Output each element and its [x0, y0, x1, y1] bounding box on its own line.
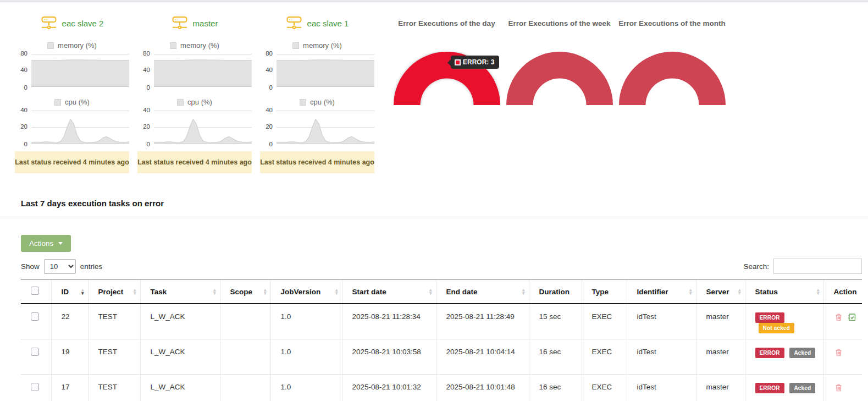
col-header-start-date[interactable]: Start date▴▾ [342, 280, 436, 304]
cell-identifier: idTest [627, 374, 696, 401]
acknowledge-icon[interactable] [847, 312, 856, 322]
col-header-identifier[interactable]: Identifier▴▾ [627, 280, 696, 304]
cpu-legend: cpu (%) [137, 98, 252, 106]
sort-icon: ▴▾ [213, 288, 216, 295]
cell-duration: 16 sec [529, 374, 582, 401]
col-header-scope[interactable]: Scope▴▾ [220, 280, 270, 304]
gauge-tooltip: ERROR: 3 [451, 56, 499, 69]
cpu-area-chart [31, 111, 129, 143]
table-row: 19 TEST L_W_ACK 1.0 2025-08-21 10:03:58 … [21, 339, 862, 374]
ack-status-badge: Not acked [759, 323, 795, 333]
section-title: Last 7 days execution tasks on error [21, 199, 868, 208]
gauge-error-month: Error Executions of the month [616, 16, 728, 173]
col-header-select [21, 280, 51, 304]
legend-swatch-icon [292, 42, 299, 49]
delete-icon[interactable] [834, 383, 843, 392]
sort-icon: ▴▾ [522, 288, 525, 295]
cell-id: 17 [51, 374, 88, 401]
cell-project: TEST [88, 339, 140, 374]
page-size-select[interactable]: 10 [44, 259, 76, 274]
cell-server: master [696, 339, 745, 374]
search-label: Search: [743, 262, 769, 271]
memory-chart: 80 40 0 [15, 54, 129, 87]
status-badge: ERROR [755, 312, 784, 323]
cpu-yaxis: 40 20 0 [260, 111, 277, 144]
cell-id: 19 [51, 339, 88, 374]
cell-project: TEST [88, 304, 140, 339]
search-input[interactable] [773, 259, 862, 274]
memory-yaxis: 80 40 0 [137, 54, 154, 87]
status-badge: ERROR [755, 348, 784, 358]
row-checkbox[interactable] [31, 348, 39, 356]
gauge-donut[interactable] [619, 52, 726, 105]
legend-swatch-icon [177, 99, 184, 106]
memory-chart: 80 40 0 [137, 54, 252, 87]
table-controls: Show 10 entries Search: [21, 259, 862, 274]
error-gauges: Error Executions of the day ERROR: 3 Err… [390, 16, 728, 173]
cell-scope [220, 374, 270, 401]
server-network-icon [41, 16, 57, 31]
memory-legend: memory (%) [260, 41, 374, 50]
col-header-task[interactable]: Task▴▾ [140, 280, 220, 304]
col-header-end-date[interactable]: End date▴▾ [436, 280, 529, 304]
col-header-status[interactable]: Status▴▾ [745, 280, 823, 304]
dashboard-top-section: eac slave 2 memory (%) 80 40 0 cpu (%) [0, 2, 868, 173]
cpu-legend: cpu (%) [15, 98, 129, 106]
last-status-banner: Last status received 4 minutes ago [15, 151, 129, 173]
row-checkbox[interactable] [31, 312, 39, 321]
sort-icon: ▴▾ [429, 288, 432, 295]
sort-icon: ▴▾ [335, 288, 338, 295]
cpu-chart: 40 20 0 [260, 111, 374, 144]
cell-task: L_W_ACK [140, 339, 220, 374]
server-network-icon [172, 16, 188, 31]
last-status-banner: Last status received 4 minutes ago [260, 151, 374, 173]
server-network-icon [286, 16, 302, 31]
cell-status: ERROR Acked [745, 374, 823, 401]
cell-status: ERROR Acked [745, 339, 823, 374]
gauge-donut[interactable] [506, 52, 613, 105]
memory-area-chart [31, 54, 129, 86]
cpu-yaxis: 40 20 0 [15, 111, 31, 144]
cell-jobversion: 1.0 [270, 339, 342, 374]
cell-duration: 15 sec [529, 304, 582, 339]
show-label: Show [21, 262, 40, 271]
server-card-title: master [137, 16, 252, 30]
cell-type: EXEC [582, 339, 627, 374]
delete-icon[interactable] [834, 312, 843, 322]
ack-status-badge: Acked [789, 348, 815, 358]
legend-swatch-icon [170, 42, 176, 49]
row-checkbox[interactable] [31, 383, 39, 391]
cell-action [823, 339, 862, 374]
cpu-area-chart [154, 111, 252, 143]
server-cards: eac slave 2 memory (%) 80 40 0 cpu (%) [15, 16, 374, 173]
delete-icon[interactable] [834, 348, 843, 357]
cell-status: ERROR Not acked [745, 304, 823, 339]
col-header-duration[interactable]: Duration [529, 280, 582, 304]
table-row: 17 TEST L_W_ACK 1.0 2025-08-21 10:01:32 … [21, 374, 862, 401]
memory-yaxis: 80 40 0 [260, 54, 277, 87]
section-divider [0, 217, 868, 217]
last-status-banner: Last status received 4 minutes ago [137, 151, 252, 173]
col-header-id[interactable]: ID▴▾ [51, 280, 88, 304]
col-header-type[interactable]: Type [582, 280, 627, 304]
cell-identifier: idTest [627, 304, 696, 339]
memory-legend: memory (%) [15, 41, 129, 50]
memory-chart: 80 40 0 [260, 54, 374, 87]
actions-button[interactable]: Actions [21, 235, 71, 252]
memory-area-chart [277, 54, 374, 86]
cell-project: TEST [88, 374, 140, 401]
cell-end-date: 2025-08-21 11:28:49 [436, 304, 529, 339]
sort-icon: ▴▾ [81, 288, 84, 295]
cell-duration: 16 sec [529, 339, 582, 374]
server-name: master [193, 19, 218, 28]
col-header-project[interactable]: Project▴▾ [88, 280, 140, 304]
col-header-server[interactable]: Server▴▾ [696, 280, 745, 304]
legend-swatch-icon [47, 42, 54, 49]
col-header-jobversion[interactable]: JobVersion▴▾ [270, 280, 342, 304]
entries-label: entries [80, 262, 103, 271]
cell-end-date: 2025-08-21 10:01:48 [436, 374, 529, 401]
select-all-checkbox[interactable] [31, 287, 39, 295]
gauge-title: Error Executions of the day [390, 19, 503, 28]
cell-type: EXEC [582, 374, 627, 401]
table-header-row: ID▴▾ Project▴▾ Task▴▾ Scope▴▾ JobVersion… [21, 280, 862, 304]
